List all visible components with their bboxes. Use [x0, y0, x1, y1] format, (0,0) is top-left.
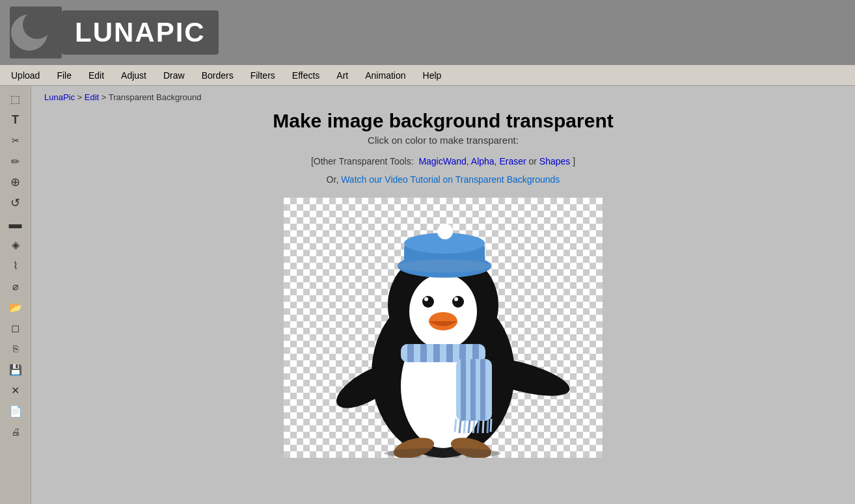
brush-tool[interactable]: ⌀	[5, 277, 26, 295]
logo-text: LUNAPIC	[75, 17, 206, 47]
stamp-tool[interactable]: ⎘	[5, 339, 26, 358]
scissors-tool[interactable]: ✂	[5, 131, 26, 150]
nav-art[interactable]: Art	[328, 66, 357, 85]
logo-text-box: LUNAPIC	[62, 10, 219, 55]
nav-effects[interactable]: Effects	[284, 66, 329, 85]
nav-help[interactable]: Help	[414, 66, 450, 85]
svg-rect-23	[420, 344, 427, 362]
nav-filters[interactable]: Filters	[242, 66, 284, 85]
nav-file[interactable]: File	[48, 66, 80, 85]
page-title: Make image background transparent	[44, 110, 842, 132]
select-tool[interactable]: ⬚	[5, 90, 26, 108]
video-line: Or, Watch our Video Tutorial on Transpar…	[44, 174, 842, 185]
svg-rect-25	[446, 344, 453, 362]
save-tool[interactable]: 💾	[5, 360, 26, 378]
svg-rect-31	[480, 359, 485, 421]
nav-draw[interactable]: Draw	[155, 66, 193, 85]
main-layout: ⬚ T ✂ ✏ ⊕ ↺ ▬ ◈ ⌇ ⌀ 📂 ◻ ⎘ 💾 ✕ 📄 🖨 LunaPi…	[0, 86, 855, 504]
nav-adjust[interactable]: Adjust	[113, 66, 155, 85]
penguin-image	[284, 198, 603, 458]
svg-point-11	[452, 296, 464, 308]
folder-tool[interactable]: 📂	[5, 298, 26, 316]
tool-magic-wand[interactable]: MagicWand	[418, 156, 466, 166]
svg-rect-22	[407, 344, 414, 362]
svg-point-6	[409, 274, 477, 349]
sidebar: ⬚ T ✂ ✏ ⊕ ↺ ▬ ◈ ⌇ ⌀ 📂 ◻ ⎘ 💾 ✕ 📄 🖨	[0, 86, 31, 504]
text-tool[interactable]: T	[5, 111, 26, 129]
breadcrumb-sep1: >	[77, 92, 85, 102]
fill-tool[interactable]: ◈	[5, 235, 26, 254]
svg-point-2	[23, 10, 51, 39]
nav-edit[interactable]: Edit	[80, 66, 113, 85]
svg-line-40	[491, 419, 491, 432]
svg-point-18	[437, 224, 453, 239]
nav-upload[interactable]: Upload	[3, 66, 48, 85]
svg-rect-24	[433, 344, 440, 362]
rotate-tool[interactable]: ↺	[5, 194, 26, 212]
navbar: Upload File Edit Adjust Draw Borders Fil…	[0, 65, 855, 86]
header: LUNAPIC	[0, 0, 855, 65]
breadcrumb-edit[interactable]: Edit	[85, 92, 99, 102]
logo-icon	[10, 7, 62, 59]
nav-borders[interactable]: Borders	[193, 66, 242, 85]
svg-line-35	[468, 420, 470, 433]
zoom-tool[interactable]: ⊕	[5, 173, 26, 191]
tool-shapes[interactable]: Shapes	[539, 156, 570, 166]
breadcrumb: LunaPic > Edit > Transparent Background	[44, 92, 842, 102]
svg-point-12	[454, 297, 458, 301]
breadcrumb-sep2: >	[102, 92, 109, 102]
svg-point-9	[424, 297, 428, 301]
tool-eraser[interactable]: Eraser	[499, 156, 526, 166]
svg-rect-30	[470, 359, 476, 421]
breadcrumb-lunapic[interactable]: LunaPic	[44, 92, 75, 102]
new-tool[interactable]: 📄	[5, 402, 26, 420]
svg-line-33	[459, 420, 461, 433]
eraser-tool[interactable]: ◻	[5, 319, 26, 337]
image-container[interactable]	[284, 198, 603, 458]
svg-line-38	[483, 420, 483, 433]
close-tool[interactable]: ✕	[5, 381, 26, 399]
pen-tool[interactable]: ✏	[5, 152, 26, 170]
content: LunaPic > Edit > Transparent Background …	[31, 86, 855, 504]
logo-container: LUNAPIC	[10, 7, 219, 59]
svg-point-17	[398, 259, 491, 272]
svg-line-34	[464, 420, 465, 433]
rectangle-tool[interactable]: ▬	[5, 215, 26, 233]
tool-alpha[interactable]: Alpha	[471, 156, 495, 166]
svg-line-36	[473, 420, 474, 433]
eyedropper-tool[interactable]: ⌇	[5, 256, 26, 274]
svg-line-39	[487, 420, 488, 433]
page-subtitle: Click on color to make transparent:	[44, 135, 842, 146]
nav-animation[interactable]: Animation	[357, 66, 414, 85]
print-tool[interactable]: 🖨	[5, 423, 26, 441]
svg-line-37	[478, 420, 479, 433]
svg-point-8	[422, 296, 434, 308]
tools-line: [Other Transparent Tools: MagicWand, Alp…	[44, 156, 842, 166]
svg-rect-29	[461, 359, 466, 421]
video-tutorial-link[interactable]: Watch our Video Tutorial on Transparent …	[341, 174, 560, 185]
svg-line-32	[455, 419, 456, 432]
breadcrumb-current: Transparent Background	[109, 92, 202, 102]
